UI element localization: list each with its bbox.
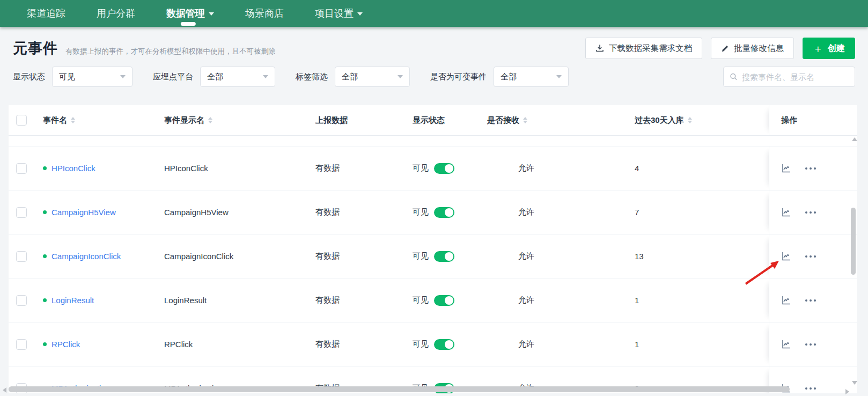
reported-data-cell: 有数据: [315, 146, 413, 190]
event-name-link[interactable]: LoginResult: [52, 296, 94, 305]
top-navbar: 渠道追踪用户分群数据管理场景商店项目设置: [0, 0, 868, 27]
analysis-chart-icon[interactable]: [781, 163, 791, 173]
visibility-toggle[interactable]: [434, 163, 454, 174]
batch-edit-button[interactable]: 批量修改信息: [711, 38, 794, 59]
more-actions-icon[interactable]: [805, 343, 816, 346]
vertical-scroll-down-arrow[interactable]: [852, 381, 857, 385]
nav-item-1[interactable]: 渠道追踪: [27, 0, 65, 27]
visibility-toggle[interactable]: [434, 339, 454, 350]
filter-group: 是否为可变事件全部: [430, 67, 569, 87]
visibility-cell: 可见: [413, 146, 487, 190]
sort-icon[interactable]: [523, 117, 527, 123]
count-30d-cell: 1: [635, 322, 769, 366]
visibility-toggle[interactable]: [434, 295, 454, 306]
operations-cell: [769, 190, 850, 234]
more-actions-icon[interactable]: [805, 211, 816, 214]
visibility-cell: 可见: [413, 278, 487, 322]
table-row: RPClickRPClick有数据可见允许1: [9, 322, 857, 366]
event-name-link[interactable]: CampaignIconClick: [52, 252, 121, 261]
operations-cell: [769, 234, 850, 278]
visibility-label: 可见: [413, 251, 429, 261]
row-checkbox[interactable]: [16, 295, 27, 306]
more-actions-icon[interactable]: [805, 255, 816, 258]
download-icon: [595, 44, 604, 53]
column-header-4: 显示状态: [413, 105, 487, 135]
nav-item-label: 项目设置: [315, 7, 354, 20]
row-checkbox[interactable]: [16, 163, 27, 174]
nav-item-2[interactable]: 用户分群: [97, 0, 135, 27]
sort-down-caret: [523, 121, 527, 123]
analysis-chart-icon[interactable]: [781, 251, 791, 261]
more-actions-icon[interactable]: [805, 167, 816, 170]
filter-label: 应埋点平台: [153, 72, 193, 82]
nav-item-3[interactable]: 数据管理: [166, 0, 214, 27]
row-checkbox[interactable]: [16, 207, 27, 218]
event-status-dot: [43, 254, 47, 258]
analysis-chart-icon[interactable]: [781, 295, 791, 305]
column-header-label: 过去30天入库: [635, 115, 684, 126]
receive-cell: 允许: [487, 278, 635, 322]
filter-select[interactable]: 全部: [335, 67, 410, 87]
table-row: HPIconClickHPIconClick有数据可见允许4: [9, 146, 857, 190]
search-input[interactable]: [742, 72, 849, 82]
column-header-1[interactable]: 事件名: [43, 105, 164, 135]
page-header: 元事件 有数据上报的事件，才可在分析模型和权限中使用，且不可被删除 下载数据采集…: [0, 27, 868, 65]
filter-label: 显示状态: [13, 72, 45, 82]
event-name-cell: LoginResult: [43, 278, 164, 322]
horizontal-scrollbar-thumb[interactable]: [9, 386, 790, 392]
visibility-toggle[interactable]: [434, 207, 454, 218]
clipped-row-remainder: [9, 136, 857, 146]
column-header-5[interactable]: 是否接收: [487, 105, 635, 135]
column-header-2[interactable]: 事件显示名: [164, 105, 315, 135]
page-title: 元事件: [13, 39, 58, 58]
download-doc-button[interactable]: 下载数据采集需求文档: [585, 38, 702, 59]
row-checkbox[interactable]: [16, 251, 27, 262]
nav-item-label: 渠道追踪: [27, 7, 65, 20]
page-subtitle: 有数据上报的事件，才可在分析模型和权限中使用，且不可被删除: [65, 47, 276, 56]
nav-item-label: 用户分群: [97, 7, 135, 20]
visibility-toggle[interactable]: [434, 251, 454, 262]
create-button[interactable]: ＋ 创建: [803, 38, 855, 59]
sort-icon[interactable]: [71, 117, 75, 123]
event-name-cell: RPClick: [43, 322, 164, 366]
analysis-chart-icon[interactable]: [781, 207, 791, 217]
filter-select[interactable]: 全部: [494, 67, 569, 87]
column-header-6[interactable]: 过去30天入库: [635, 105, 769, 135]
sort-up-caret: [71, 117, 75, 120]
column-header-label: 是否接收: [487, 115, 519, 126]
event-name-link[interactable]: CampaignH5View: [52, 208, 116, 217]
reported-data-cell: 有数据: [315, 190, 413, 234]
row-checkbox[interactable]: [16, 339, 27, 350]
operations-cell: [769, 146, 850, 190]
vertical-scrollbar-thumb[interactable]: [851, 208, 856, 275]
sort-icon[interactable]: [208, 117, 212, 123]
vertical-scroll-up-arrow[interactable]: [852, 137, 857, 141]
nav-item-4[interactable]: 场景商店: [245, 0, 284, 27]
count-30d-cell: 1: [635, 278, 769, 322]
select-all-checkbox[interactable]: [16, 115, 27, 126]
nav-item-label: 数据管理: [166, 7, 205, 20]
table-header-row: 事件名事件显示名上报数据显示状态是否接收过去30天入库操作: [9, 105, 857, 136]
filter-select[interactable]: 全部: [200, 67, 275, 87]
nav-item-5[interactable]: 项目设置: [315, 0, 363, 27]
column-header-label: 事件名: [43, 115, 67, 126]
display-name-cell: HPIconClick: [164, 146, 315, 190]
chevron-down-icon: [556, 75, 562, 78]
visibility-label: 可见: [413, 207, 429, 217]
more-actions-icon[interactable]: [805, 299, 816, 302]
horizontal-scroll-right-arrow[interactable]: [845, 389, 849, 394]
horizontal-scroll-left-arrow[interactable]: [3, 387, 6, 393]
search-input-wrapper[interactable]: [723, 67, 855, 87]
filter-select[interactable]: 可见: [52, 67, 133, 87]
event-name-link[interactable]: RPClick: [52, 340, 80, 349]
event-status-dot: [43, 210, 47, 214]
sort-icon[interactable]: [688, 117, 692, 123]
event-status-dot: [43, 342, 47, 346]
receive-cell: 允许: [487, 322, 635, 366]
search-icon: [730, 72, 738, 81]
analysis-chart-icon[interactable]: [781, 339, 791, 349]
column-header-label: 显示状态: [413, 115, 445, 126]
column-header-label: 上报数据: [315, 115, 348, 126]
event-name-link[interactable]: HPIconClick: [52, 164, 95, 173]
plus-icon: ＋: [813, 43, 823, 54]
